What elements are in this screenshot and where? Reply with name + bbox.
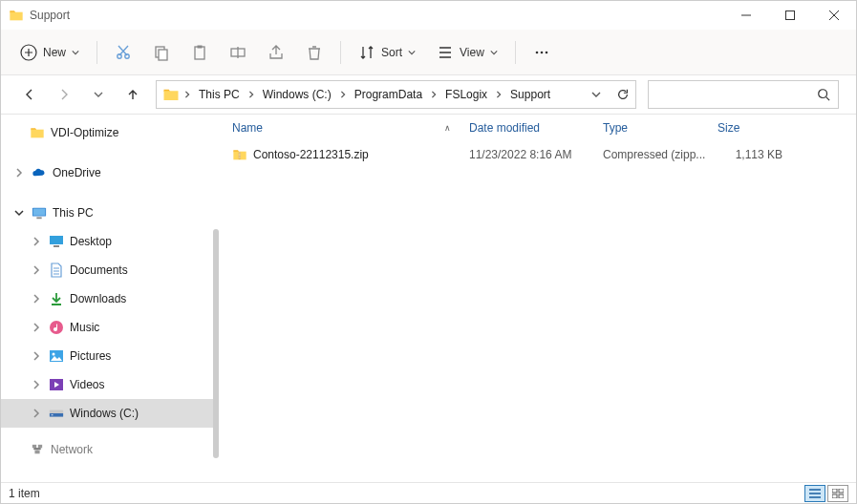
svg-rect-29: [832, 489, 837, 493]
breadcrumb[interactable]: ProgramData: [351, 81, 426, 108]
file-panel: Name∧ Date modified Type Size Contoso-22…: [219, 115, 856, 482]
drive-icon: [49, 406, 64, 421]
rename-button[interactable]: [220, 35, 256, 70]
column-label: Date modified: [469, 121, 540, 135]
svg-rect-32: [839, 494, 844, 498]
nav-label: Downloads: [70, 292, 126, 305]
nav-item-documents[interactable]: Documents: [1, 256, 219, 284]
chevron-right-icon[interactable]: [30, 263, 43, 277]
more-button[interactable]: [524, 35, 560, 70]
search-input[interactable]: [648, 80, 839, 109]
chevron-right-icon[interactable]: [30, 235, 43, 248]
maximize-button[interactable]: [768, 1, 812, 30]
recent-locations-button[interactable]: [87, 83, 110, 106]
chevron-right-icon[interactable]: [30, 321, 43, 334]
search-icon: [817, 88, 830, 101]
file-date: 11/23/2022 8:16 AM: [469, 148, 603, 161]
refresh-icon[interactable]: [616, 88, 630, 101]
chevron-down-icon[interactable]: [12, 206, 26, 220]
video-icon: [49, 377, 64, 392]
chevron-down-icon: [490, 49, 498, 56]
svg-rect-17: [54, 245, 59, 247]
document-icon: [49, 262, 64, 278]
chevron-down-icon[interactable]: [591, 90, 601, 99]
nav-label: Windows (C:): [70, 407, 139, 420]
breadcrumb[interactable]: Support: [506, 81, 554, 108]
nav-label: OneDrive: [53, 166, 101, 179]
nav-label: This PC: [53, 206, 94, 220]
nav-item-onedrive[interactable]: OneDrive: [1, 158, 219, 187]
delete-button[interactable]: [296, 35, 332, 70]
plus-circle-icon: [20, 44, 37, 61]
sort-indicator-asc-icon: ∧: [444, 123, 451, 133]
paste-button[interactable]: [182, 35, 218, 70]
breadcrumb[interactable]: FSLogix: [441, 81, 491, 108]
scrollbar[interactable]: [213, 229, 219, 458]
desktop-icon: [49, 234, 64, 249]
svg-rect-14: [33, 209, 45, 216]
view-button[interactable]: View: [427, 35, 507, 70]
chevron-right-icon[interactable]: [30, 349, 43, 363]
share-button[interactable]: [258, 35, 294, 70]
svg-rect-6: [195, 47, 204, 59]
zip-file-icon: [232, 147, 247, 162]
rename-icon: [229, 44, 246, 61]
sort-button[interactable]: Sort: [349, 35, 425, 70]
chevron-right-icon[interactable]: [428, 91, 439, 98]
close-button[interactable]: [812, 1, 856, 30]
chevron-right-icon[interactable]: [337, 91, 349, 98]
file-row[interactable]: Contoso-22112315.zip 11/23/2022 8:16 AM …: [219, 141, 856, 168]
svg-rect-27: [34, 451, 39, 453]
address-row: This PC Windows (C:) ProgramData FSLogix…: [1, 75, 856, 114]
folder-icon: [162, 86, 180, 103]
nav-item-desktop[interactable]: Desktop: [1, 227, 219, 256]
address-bar[interactable]: This PC Windows (C:) ProgramData FSLogix…: [156, 80, 636, 109]
back-button[interactable]: [18, 83, 41, 106]
nav-item-videos[interactable]: Videos: [1, 370, 219, 399]
column-type[interactable]: Type: [603, 121, 718, 135]
copy-icon: [153, 44, 170, 61]
svg-rect-25: [32, 445, 36, 448]
svg-rect-16: [50, 236, 63, 244]
nav-item-quick-folder[interactable]: VDI-Optimize: [1, 118, 219, 147]
chevron-right-icon[interactable]: [182, 91, 193, 98]
view-label: View: [460, 46, 484, 59]
large-icons-view-button[interactable]: [827, 485, 848, 502]
details-view-button[interactable]: [804, 485, 825, 502]
svg-point-9: [536, 51, 539, 53]
content-area: VDI-Optimize OneDrive This PC Desktop Do…: [1, 114, 856, 482]
nav-item-pictures[interactable]: Pictures: [1, 342, 219, 370]
folder-icon: [30, 125, 45, 140]
nav-item-thispc[interactable]: This PC: [1, 199, 219, 227]
chevron-right-icon[interactable]: [30, 407, 43, 420]
up-button[interactable]: [121, 83, 144, 106]
minimize-button[interactable]: [724, 1, 768, 30]
column-date[interactable]: Date modified: [469, 121, 603, 135]
nav-label: Network: [51, 443, 93, 456]
nav-item-music[interactable]: Music: [1, 313, 219, 342]
svg-rect-31: [832, 494, 837, 498]
chevron-right-icon[interactable]: [246, 91, 257, 98]
chevron-right-icon[interactable]: [30, 378, 43, 391]
copy-button[interactable]: [143, 35, 180, 70]
column-name[interactable]: Name∧: [232, 121, 469, 135]
nav-item-cdrive[interactable]: Windows (C:): [1, 399, 219, 428]
music-icon: [49, 320, 64, 335]
ellipsis-icon: [533, 44, 550, 61]
breadcrumb[interactable]: Windows (C:): [259, 81, 335, 108]
chevron-right-icon[interactable]: [493, 91, 504, 98]
file-type: Compressed (zipp...: [603, 148, 718, 161]
svg-rect-0: [786, 11, 795, 20]
chevron-right-icon[interactable]: [12, 166, 26, 179]
svg-rect-26: [38, 445, 42, 448]
download-icon: [49, 291, 64, 306]
forward-button[interactable]: [53, 83, 75, 106]
column-size[interactable]: Size: [718, 121, 790, 135]
nav-item-downloads[interactable]: Downloads: [1, 284, 219, 313]
breadcrumb[interactable]: This PC: [195, 81, 244, 108]
nav-item-network[interactable]: Network: [1, 435, 219, 464]
chevron-right-icon[interactable]: [30, 292, 43, 305]
svg-rect-24: [52, 414, 54, 415]
cut-button[interactable]: [105, 35, 141, 70]
new-button[interactable]: New: [11, 35, 89, 70]
